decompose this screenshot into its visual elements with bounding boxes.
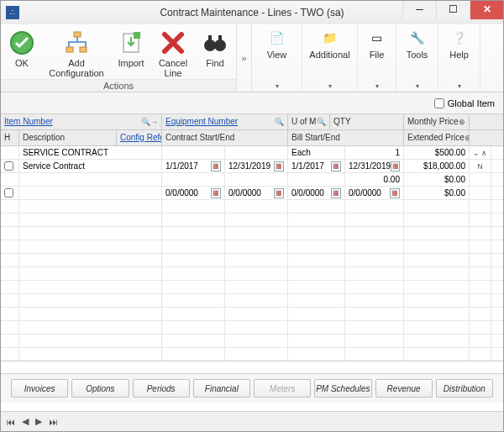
calendar-icon[interactable]: ▦ [331, 188, 341, 198]
table-row[interactable]: 0.00 $0.00 [1, 173, 503, 187]
cell-bill-end[interactable]: 0/0/0000▦ [345, 187, 404, 199]
table-row[interactable] [1, 348, 503, 361]
file-menu[interactable]: ▭ File ▾ [358, 24, 396, 92]
hierarchy-icon [63, 29, 90, 56]
cell-contract-end[interactable]: 0/0/0000▦ [225, 187, 288, 199]
table-row[interactable]: Service Contract 1/1/2017▦ 12/31/2019▦ 1… [1, 160, 503, 173]
nav-next-icon[interactable]: ▶ [35, 416, 42, 427]
table-row[interactable] [1, 254, 503, 267]
col-bill-start-end[interactable]: Bill Start/End [288, 130, 404, 145]
row-checkbox[interactable] [4, 161, 13, 171]
calendar-icon[interactable]: ▦ [391, 161, 400, 171]
cell-contract-start[interactable]: 0/0/0000▦ [162, 187, 225, 199]
col-monthly-price[interactable]: Monthly Price⊗ [404, 114, 470, 129]
additional-menu[interactable]: 📁 Additional ▾ [302, 24, 358, 92]
ribbon-expander[interactable]: » [237, 24, 252, 92]
svg-rect-1 [74, 32, 81, 37]
table-row[interactable] [1, 294, 503, 308]
cell-monthly[interactable]: $0.00 [404, 173, 470, 186]
pm-schedules-button[interactable]: PM Schedules [314, 379, 371, 398]
cell-item[interactable]: SERVICE CONTRACT [19, 146, 162, 159]
cell-description[interactable]: Service Contract [19, 160, 162, 172]
cell-contract-end[interactable]: 12/31/2019▦ [225, 160, 288, 172]
row-checkbox[interactable] [4, 188, 13, 198]
col-equipment-number[interactable]: Equipment Number🔍 [162, 114, 288, 129]
cell-bill-start[interactable]: 0/0/0000▦ [288, 187, 345, 199]
cell-qty[interactable]: 1 [345, 146, 404, 159]
folder-plus-icon: 📁 [322, 29, 339, 46]
maximize-button[interactable]: ☐ [436, 1, 470, 19]
table-row[interactable] [1, 267, 503, 281]
periods-button[interactable]: Periods [133, 379, 190, 398]
view-menu[interactable]: 📄 View ▾ [252, 24, 302, 92]
app-icon: ∴ [6, 6, 19, 19]
calendar-icon[interactable]: ▦ [211, 188, 221, 198]
add-configuration-button[interactable]: Add Configuration [43, 24, 110, 80]
col-h[interactable]: H [1, 130, 19, 145]
grid-body[interactable]: SERVICE CONTRACT Each 1 $500.00 ⌄ ∧ Serv… [1, 146, 503, 361]
lookup-icon[interactable]: 🔍 [275, 116, 284, 128]
chevron-down-icon: ▾ [252, 82, 302, 90]
sort-icon[interactable]: ⊗ [459, 116, 465, 128]
table-row[interactable] [1, 227, 503, 240]
col-qty[interactable]: QTY [330, 114, 404, 129]
global-item-checkbox[interactable] [434, 98, 444, 108]
minimize-button[interactable]: ─ [402, 1, 436, 19]
col-uom[interactable]: U of M🔍 [288, 114, 330, 129]
cell-bill-start[interactable]: 1/1/2017▦ [288, 160, 345, 172]
calendar-icon[interactable]: ▦ [390, 188, 400, 198]
col-description[interactable]: Description [19, 130, 117, 145]
table-row[interactable] [1, 321, 503, 335]
table-row[interactable] [1, 308, 503, 321]
table-row[interactable] [1, 200, 503, 213]
help-menu[interactable]: ❔ Help ▾ [438, 24, 480, 92]
tools-menu[interactable]: 🔧 Tools ▾ [396, 24, 438, 92]
page-icon: ▭ [369, 29, 386, 46]
row-expand-icon[interactable]: ⌄ ∧ [470, 146, 491, 159]
cancel-line-button[interactable]: Cancel Line [152, 24, 194, 80]
table-row[interactable] [1, 240, 503, 254]
table-row[interactable] [1, 213, 503, 227]
svg-rect-5 [134, 32, 140, 39]
table-row[interactable]: 0/0/0000▦ 0/0/0000▦ 0/0/0000▦ 0/0/0000▦ … [1, 187, 503, 200]
cell-bill-end[interactable]: 12/31/2019▦ [345, 160, 404, 172]
import-button[interactable]: Import [110, 24, 152, 80]
col-contract-start-end[interactable]: Contract Start/End [162, 130, 288, 145]
options-button[interactable]: Options [71, 379, 129, 398]
grid-header-row1: Item Number🔍→ Equipment Number🔍 U of M🔍 … [1, 114, 503, 130]
nav-prev-icon[interactable]: ◀ [22, 416, 29, 427]
revenue-button[interactable]: Revenue [375, 379, 433, 398]
cell-uom[interactable]: Each [288, 146, 345, 159]
col-extended-price[interactable]: Extended Price⊗ [404, 130, 470, 145]
cell-extended[interactable]: $0.00 [404, 187, 470, 199]
close-button[interactable]: ✕ [470, 1, 503, 19]
calendar-icon[interactable]: ▦ [211, 161, 221, 171]
sort-icon[interactable]: ⊗ [465, 132, 470, 144]
lookup-icon[interactable]: 🔍→ [141, 116, 158, 128]
wrench-icon: 🔧 [409, 29, 426, 46]
table-row[interactable]: SERVICE CONTRACT Each 1 $500.00 ⌄ ∧ [1, 146, 503, 160]
col-config-reference[interactable]: Config Reference🔍 [117, 130, 162, 145]
distribution-button[interactable]: Distribution [436, 379, 493, 398]
binoculars-icon [202, 29, 228, 56]
cell-qty[interactable]: 0.00 [345, 173, 404, 186]
col-item-number[interactable]: Item Number🔍→ [1, 114, 162, 129]
find-button[interactable]: Find [194, 24, 236, 80]
cell-monthly[interactable]: $500.00 [404, 146, 470, 159]
ok-button[interactable]: OK [1, 24, 43, 80]
table-row[interactable] [1, 281, 503, 294]
calendar-icon[interactable]: ▦ [274, 161, 284, 171]
financial-button[interactable]: Financial [193, 379, 250, 398]
cell-extended[interactable]: $18,000.00 [404, 160, 470, 172]
cell-contract-start[interactable]: 1/1/2017▦ [162, 160, 225, 172]
table-row[interactable] [1, 335, 503, 348]
group-caption-actions: Actions [1, 79, 236, 92]
chevron-down-icon: ▾ [438, 82, 480, 90]
nav-last-icon[interactable]: ⏭ [49, 417, 58, 427]
nav-first-icon[interactable]: ⏮ [6, 417, 15, 427]
ribbon: OK Add Configuration Import Cancel Line [1, 24, 503, 92]
calendar-icon[interactable]: ▦ [274, 188, 284, 198]
calendar-icon[interactable]: ▦ [331, 161, 341, 171]
lookup-icon[interactable]: 🔍 [317, 116, 326, 128]
invoices-button[interactable]: Invoices [11, 379, 68, 398]
